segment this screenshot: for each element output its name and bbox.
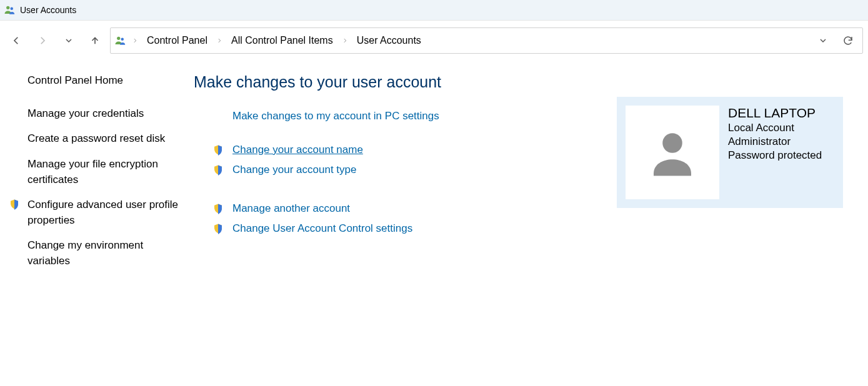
sidebar-manage-credentials[interactable]: Manage your credentials — [27, 106, 181, 122]
sidebar-item-label: Configure advanced user profile properti… — [27, 199, 178, 226]
sidebar-password-reset-disk[interactable]: Create a password reset disk — [27, 131, 181, 147]
account-name: DELL LAPTOP — [728, 106, 822, 121]
nav-bar: Control Panel All Control Panel Items Us… — [0, 21, 868, 61]
breadcrumb-control-panel[interactable]: Control Panel — [144, 34, 210, 47]
change-uac-settings-link[interactable]: Change User Account Control settings — [232, 222, 412, 235]
shield-icon — [9, 199, 20, 215]
avatar — [626, 106, 719, 199]
shield-icon — [212, 144, 224, 156]
sidebar-advanced-user-profile[interactable]: Configure advanced user profile properti… — [27, 197, 181, 228]
sidebar-environment-variables[interactable]: Change my environment variables — [27, 238, 181, 269]
manage-another-account-link[interactable]: Manage another account — [232, 202, 350, 215]
chevron-right-icon — [214, 36, 225, 46]
sidebar-control-panel-home[interactable]: Control Panel Home — [27, 73, 181, 89]
main-panel: Make changes to your user account Make c… — [194, 73, 868, 279]
users-icon — [4, 4, 15, 16]
shield-icon — [212, 223, 224, 234]
svg-point-3 — [121, 38, 124, 41]
account-card: DELL LAPTOP Local Account Administrator … — [617, 97, 843, 208]
chevron-right-icon — [339, 36, 351, 46]
page-title: Make changes to your user account — [194, 73, 592, 91]
address-bar[interactable]: Control Panel All Control Panel Items Us… — [110, 27, 863, 54]
svg-point-0 — [6, 6, 9, 9]
shield-icon — [212, 203, 224, 214]
svg-point-1 — [11, 7, 14, 11]
account-status: Password protected — [728, 149, 822, 162]
recent-locations-button[interactable] — [57, 29, 80, 52]
title-bar: User Accounts — [0, 0, 868, 21]
users-icon — [114, 35, 126, 46]
breadcrumb-user-accounts[interactable]: User Accounts — [354, 34, 424, 47]
change-account-name-link[interactable]: Change your account name — [232, 144, 363, 156]
sidebar-file-encryption-certs[interactable]: Manage your file encryption certificates — [27, 157, 181, 187]
change-account-type-link[interactable]: Change your account type — [232, 164, 356, 176]
account-info: DELL LAPTOP Local Account Administrator … — [728, 106, 822, 162]
account-role: Administrator — [728, 136, 822, 148]
sidebar: Control Panel Home Manage your credentia… — [0, 73, 194, 279]
pc-settings-link[interactable]: Make changes to my account in PC setting… — [232, 110, 439, 122]
svg-point-4 — [662, 133, 682, 153]
address-dropdown-button[interactable] — [812, 30, 834, 51]
svg-point-2 — [117, 37, 120, 40]
back-button[interactable] — [5, 29, 27, 52]
content-area: Control Panel Home Manage your credentia… — [0, 61, 868, 279]
chevron-right-icon — [129, 36, 141, 46]
shield-icon — [212, 164, 224, 176]
forward-button[interactable] — [31, 29, 54, 52]
refresh-button[interactable] — [837, 30, 859, 51]
up-button[interactable] — [84, 29, 106, 52]
window-title: User Accounts — [20, 5, 76, 15]
account-type: Local Account — [728, 122, 822, 134]
breadcrumb-all-items[interactable]: All Control Panel Items — [229, 34, 336, 47]
